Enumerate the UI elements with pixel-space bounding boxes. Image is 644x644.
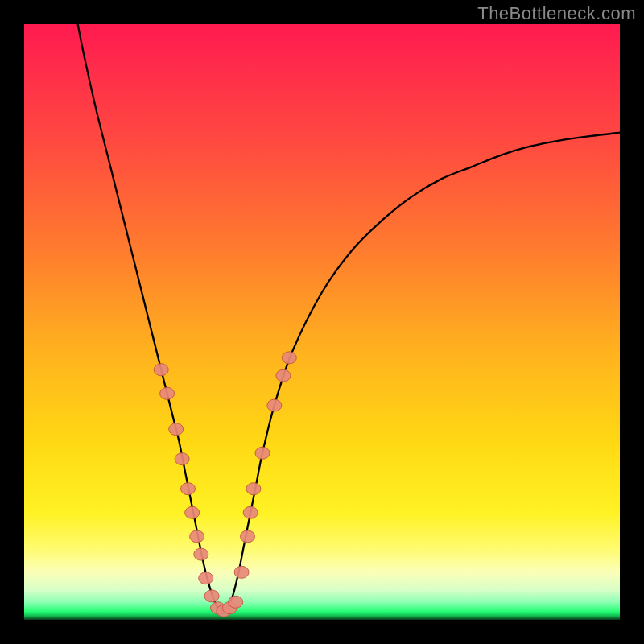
marker-17	[246, 483, 261, 495]
watermark-text: TheBottleneck.com	[477, 3, 636, 24]
marker-2	[169, 423, 184, 436]
marker-20	[276, 369, 291, 382]
marker-0	[154, 364, 168, 376]
marker-8	[199, 572, 213, 584]
marker-7	[194, 548, 208, 560]
marker-19	[267, 399, 282, 411]
marker-13	[229, 596, 243, 608]
marker-9	[204, 590, 219, 602]
curve-left-branch	[78, 24, 221, 614]
marker-14	[234, 566, 249, 578]
marker-21	[282, 352, 296, 364]
marker-5	[185, 506, 200, 518]
marker-15	[241, 530, 255, 543]
curve-layer	[24, 24, 620, 620]
marker-group	[154, 352, 296, 617]
marker-1	[160, 387, 175, 399]
marker-18	[255, 447, 270, 459]
marker-16	[243, 506, 258, 518]
curve-group	[78, 24, 620, 614]
marker-6	[190, 530, 204, 543]
marker-4	[181, 483, 196, 495]
marker-3	[175, 453, 189, 465]
plot-area	[24, 24, 620, 620]
chart-frame: TheBottleneck.com	[0, 0, 644, 644]
